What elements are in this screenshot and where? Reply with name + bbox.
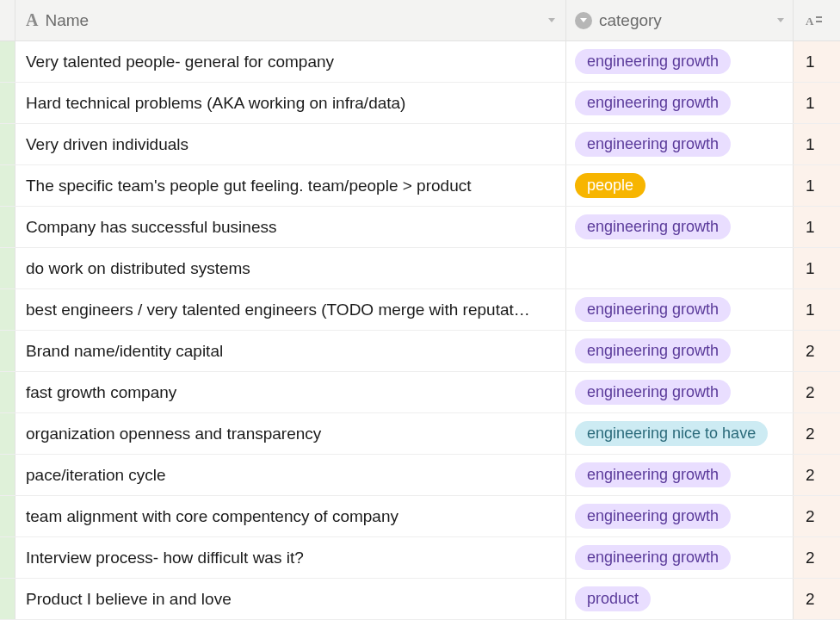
table-row[interactable]: pace/iteration cycleengineering growth2	[0, 455, 840, 496]
table-row[interactable]: Product I believe in and loveproduct2	[0, 579, 840, 620]
select-type-icon	[575, 12, 592, 29]
cell-name[interactable]: best engineers / very talented engineers…	[15, 289, 566, 330]
category-tag: engineering growth	[575, 462, 731, 487]
category-tag: engineering growth	[575, 49, 731, 74]
row-name-text: The specific team's people gut feeling. …	[26, 177, 555, 195]
cell-priority[interactable]: 2	[794, 496, 840, 536]
priority-value: 2	[806, 342, 815, 361]
cell-name[interactable]: organization openness and transparency	[15, 413, 566, 454]
cell-category[interactable]: engineering growth	[566, 372, 794, 412]
row-handle[interactable]	[0, 579, 15, 619]
cell-name[interactable]: fast growth company	[15, 372, 566, 412]
cell-priority[interactable]: 1	[794, 83, 840, 123]
table-row[interactable]: Hard technical problems (AKA working on …	[0, 83, 840, 124]
row-handle[interactable]	[0, 331, 15, 371]
row-handle[interactable]	[0, 413, 15, 454]
priority-value: 2	[806, 590, 815, 609]
table-row[interactable]: organization openness and transparencyen…	[0, 413, 840, 455]
cell-priority[interactable]: 2	[794, 413, 840, 454]
cell-category[interactable]: engineering growth	[566, 41, 794, 82]
cell-priority[interactable]: 2	[794, 331, 840, 371]
cell-priority[interactable]: 1	[794, 165, 840, 206]
cell-priority[interactable]: 1	[794, 41, 840, 82]
cell-category[interactable]: engineering nice to have	[566, 413, 794, 454]
cell-priority[interactable]: 2	[794, 537, 840, 578]
row-handle[interactable]	[0, 165, 15, 206]
cell-category[interactable]: engineering growth	[566, 124, 794, 164]
category-tag: engineering growth	[575, 338, 731, 363]
table-row[interactable]: Very talented people- general for compan…	[0, 41, 840, 83]
table-row[interactable]: Very driven individualsengineering growt…	[0, 124, 840, 165]
category-tag: engineering growth	[575, 504, 731, 529]
category-tag: engineering growth	[575, 90, 731, 115]
table-row[interactable]: best engineers / very talented engineers…	[0, 289, 840, 331]
priority-value: 1	[806, 259, 815, 278]
cell-category[interactable]: product	[566, 579, 794, 619]
table-row[interactable]: team alignment with core compentency of …	[0, 496, 840, 537]
cell-category[interactable]: engineering growth	[566, 496, 794, 536]
cell-name[interactable]: Hard technical problems (AKA working on …	[15, 83, 566, 123]
category-tag: engineering growth	[575, 297, 731, 322]
cell-category[interactable]: people	[566, 165, 794, 206]
cell-category[interactable]: engineering growth	[566, 537, 794, 578]
cell-priority[interactable]: 1	[794, 289, 840, 330]
cell-name[interactable]: Interview process- how difficult was it?	[15, 537, 566, 578]
category-tag: engineering nice to have	[575, 421, 768, 446]
row-handle[interactable]	[0, 248, 15, 288]
table-row[interactable]: Company has successful businessengineeri…	[0, 207, 840, 248]
row-name-text: Brand name/identity capital	[26, 342, 555, 361]
cell-name[interactable]: Company has successful business	[15, 207, 566, 247]
cell-name[interactable]: The specific team's people gut feeling. …	[15, 165, 566, 206]
cell-priority[interactable]: 1	[794, 248, 840, 288]
cell-name[interactable]: Very driven individuals	[15, 124, 566, 164]
table-row[interactable]: Brand name/identity capitalengineering g…	[0, 331, 840, 372]
table-row[interactable]: do work on distributed systems1	[0, 248, 840, 289]
row-handle[interactable]	[0, 41, 15, 82]
table-row[interactable]: The specific team's people gut feeling. …	[0, 165, 840, 207]
priority-value: 2	[806, 466, 815, 485]
table-row[interactable]: fast growth companyengineering growth2	[0, 372, 840, 413]
chevron-down-icon[interactable]	[548, 18, 555, 22]
row-handle[interactable]	[0, 372, 15, 412]
cell-name[interactable]: do work on distributed systems	[15, 248, 566, 288]
cell-category[interactable]	[566, 248, 794, 288]
table-row[interactable]: Interview process- how difficult was it?…	[0, 537, 840, 579]
column-header-priority[interactable]: A P	[794, 0, 840, 40]
column-header-label: category	[599, 11, 770, 30]
row-handle[interactable]	[0, 496, 15, 536]
row-handle[interactable]	[0, 207, 15, 247]
priority-value: 1	[806, 218, 815, 237]
category-tag: product	[575, 586, 651, 611]
cell-name[interactable]: team alignment with core compentency of …	[15, 496, 566, 536]
column-header-label: Name	[45, 11, 541, 30]
cell-priority[interactable]: 2	[794, 455, 840, 495]
cell-priority[interactable]: 1	[794, 207, 840, 247]
table-header-row: A Name category A P	[0, 0, 840, 41]
format-type-icon: A	[806, 13, 823, 28]
row-handle[interactable]	[0, 455, 15, 495]
column-header-category[interactable]: category	[566, 0, 794, 40]
column-header-name[interactable]: A Name	[15, 0, 566, 40]
cell-category[interactable]: engineering growth	[566, 455, 794, 495]
cell-name[interactable]: pace/iteration cycle	[15, 455, 566, 495]
cell-category[interactable]: engineering growth	[566, 331, 794, 371]
row-name-text: fast growth company	[26, 383, 555, 402]
category-tag: engineering growth	[575, 214, 731, 239]
row-handle[interactable]	[0, 124, 15, 164]
chevron-down-icon[interactable]	[777, 18, 784, 22]
cell-category[interactable]: engineering growth	[566, 207, 794, 247]
row-handle[interactable]	[0, 83, 15, 123]
cell-category[interactable]: engineering growth	[566, 83, 794, 123]
cell-category[interactable]: engineering growth	[566, 289, 794, 330]
cell-priority[interactable]: 1	[794, 124, 840, 164]
row-handle[interactable]	[0, 537, 15, 578]
data-table: A Name category A P	[0, 0, 840, 620]
cell-priority[interactable]: 2	[794, 372, 840, 412]
cell-name[interactable]: Brand name/identity capital	[15, 331, 566, 371]
cell-name[interactable]: Very talented people- general for compan…	[15, 41, 566, 82]
category-tag: engineering growth	[575, 132, 731, 157]
row-handle-header	[0, 0, 15, 40]
row-handle[interactable]	[0, 289, 15, 330]
cell-priority[interactable]: 2	[794, 579, 840, 619]
cell-name[interactable]: Product I believe in and love	[15, 579, 566, 619]
